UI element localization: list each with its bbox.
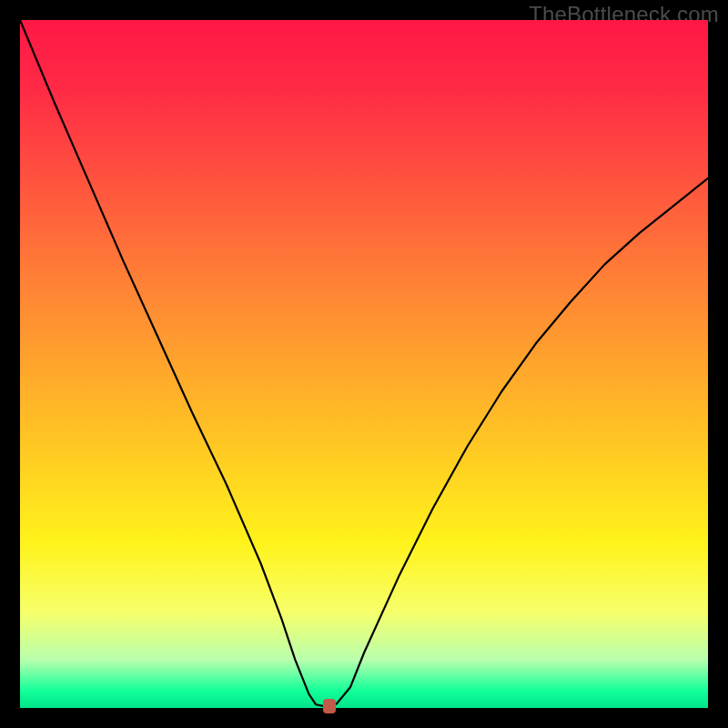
plot-area: [20, 20, 708, 708]
chart-frame: TheBottleneck.com: [0, 0, 728, 728]
min-marker: [323, 699, 336, 713]
bottleneck-curve: [20, 20, 708, 708]
